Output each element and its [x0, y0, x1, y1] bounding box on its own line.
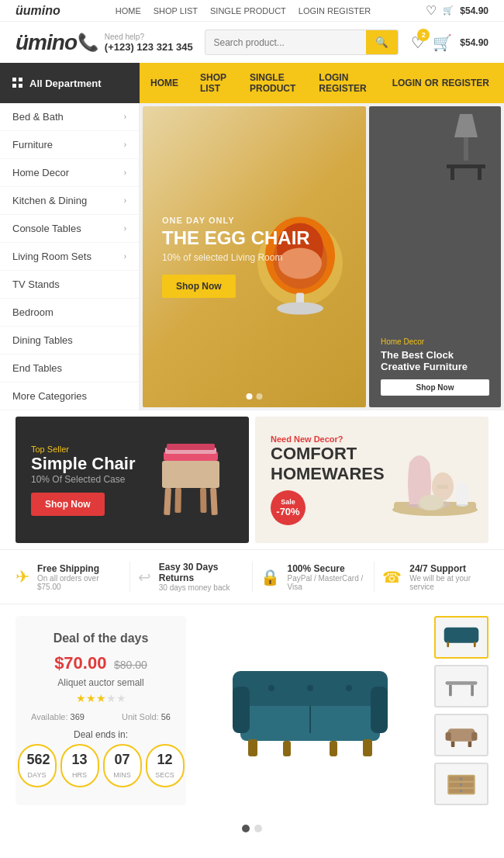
banner-right-text: Need New Decor? COMFORT HOMEWARES Sale -… — [271, 434, 385, 525]
banner-right-title1: COMFORT — [271, 444, 385, 464]
svg-rect-45 — [446, 681, 478, 685]
svg-rect-52 — [468, 742, 472, 747]
svg-point-40 — [307, 685, 313, 691]
svg-marker-7 — [454, 114, 478, 137]
svg-rect-16 — [162, 461, 219, 488]
deal-section: Deal of the days $70.00 $80.00 Aliquet a… — [0, 604, 504, 817]
banner-left-btn[interactable]: Shop Now — [31, 493, 105, 516]
topbar-heart-icon[interactable]: ♡ — [426, 3, 437, 18]
divider-3 — [374, 562, 375, 592]
sidebar-item-dining[interactable]: Dining Tables — [0, 327, 139, 355]
chevron-right-icon: › — [124, 252, 126, 261]
header-search-box: 🔍 — [205, 29, 399, 55]
topbar-nav-shoplist[interactable]: SHOP LIST — [154, 6, 198, 16]
tab-featured[interactable]: Featured — [135, 852, 192, 858]
tab-best-seller[interactable]: Best Seller — [301, 852, 369, 858]
hero-section: ONE DAY ONLY THE EGG CHAIR 10% of select… — [140, 103, 504, 410]
banner-left-title: Simple Chair — [31, 454, 135, 474]
free-shipping-sub: On all orders over $75.00 — [37, 574, 122, 591]
nav-shoplist[interactable]: SHOP LIST — [189, 63, 239, 103]
sidebar-item-more[interactable]: More Categories — [0, 382, 139, 410]
sidebar-item-bed-bath[interactable]: Bed & Bath › — [0, 103, 139, 131]
deal-title: Deal of the days — [31, 631, 171, 645]
deal-price: $70.00 — [54, 653, 106, 673]
sidebar-item-console[interactable]: Console Tables › — [0, 215, 139, 243]
sidebar-item-tv[interactable]: TV Stands — [0, 271, 139, 299]
page-dot-2[interactable] — [254, 825, 262, 832]
timer-days: 562 DAYS — [18, 744, 57, 787]
deal-product-display — [198, 616, 423, 805]
unit-sold-label: Unit Sold: — [122, 712, 159, 721]
hero-side-top-banner: Home Decor The Best Clock Creative Furni… — [369, 106, 501, 407]
feature-secure: 🔒 100% Secure PayPal / MasterCard / Visa — [261, 562, 367, 592]
sidebar-item-bedroom[interactable]: Bedroom — [0, 299, 139, 327]
sidebar-item-home-decor[interactable]: Home Decor › — [0, 159, 139, 187]
deal-timer: 562 DAYS 13 HRS 07 MINS 12 SECS — [31, 744, 171, 787]
nav-login-reg[interactable]: LOGIN REGISTER — [308, 63, 377, 103]
deal-info-row: Available: 369 Unit Sold: 56 — [31, 712, 171, 721]
hero-shop-btn[interactable]: Shop Now — [162, 275, 236, 298]
svg-rect-32 — [233, 687, 250, 733]
sidebar-item-kitchen[interactable]: Kitchen & Dining › — [0, 187, 139, 215]
topbar-cart-icon[interactable]: 🛒 — [443, 5, 454, 16]
tabs-section: Featured New Arrivals Best Seller — [0, 840, 504, 858]
nav-home[interactable]: HOME — [140, 68, 189, 98]
hero-dot-2[interactable] — [257, 393, 263, 400]
banner-right: Need New Decor? COMFORT HOMEWARES Sale -… — [255, 417, 488, 543]
nav-single[interactable]: SINGLE PRODUCT — [239, 63, 308, 103]
main-section: Bed & Bath › Furniture › Home Decor › Ki… — [0, 103, 504, 410]
sidebar-item-living[interactable]: Living Room Sets › — [0, 243, 139, 271]
hero-subtitle: 10% of selected Living Room — [162, 252, 310, 263]
deal-thumb-4[interactable] — [434, 763, 488, 805]
timer-mins: 07 MINS — [103, 744, 142, 787]
deal-thumb-3[interactable] — [434, 714, 488, 756]
hero-dot-1[interactable] — [247, 393, 253, 400]
vases-visual — [385, 436, 485, 524]
nav-or: OR — [425, 78, 439, 88]
secure-sub: PayPal / MasterCard / Visa — [288, 574, 367, 591]
svg-rect-33 — [371, 687, 388, 733]
topbar-nav-home[interactable]: HOME — [116, 6, 141, 16]
svg-rect-37 — [330, 741, 337, 756]
timer-mins-num: 07 — [112, 752, 133, 768]
search-input[interactable] — [205, 31, 366, 54]
nav-login-link[interactable]: LOGIN — [392, 78, 422, 88]
deal-pagination — [0, 817, 504, 840]
svg-rect-11 — [450, 168, 454, 180]
banner-section: Top Seller Simple Chair 10% Of Selected … — [0, 410, 504, 549]
topbar-nav-product[interactable]: SINGLE PRODUCT — [210, 6, 286, 16]
need-decor-label: Need New Decor? — [271, 434, 385, 444]
svg-point-29 — [419, 495, 444, 510]
sale-badge: Sale -70% — [271, 490, 306, 525]
deal-thumb-2[interactable] — [434, 665, 488, 708]
svg-rect-20 — [200, 488, 207, 513]
sidebar-item-end[interactable]: End Tables — [0, 355, 139, 382]
topbar-nav-login[interactable]: LOGIN REGISTER — [299, 6, 371, 16]
returns-title: Easy 30 Days Returns — [159, 562, 244, 583]
svg-rect-26 — [437, 485, 448, 489]
timer-hrs-num: 13 — [70, 752, 90, 768]
deal-thumb-1[interactable] — [434, 616, 488, 659]
banner-right-title2: HOMEWARES — [271, 464, 385, 484]
banner-left-text: Top Seller Simple Chair 10% Of Selected … — [31, 445, 135, 516]
hero-side-shop-btn[interactable]: Shop Now — [381, 379, 489, 396]
timer-hrs-label: HRS — [72, 771, 87, 779]
svg-rect-35 — [248, 739, 257, 756]
stool-visual — [148, 432, 233, 528]
dept-button[interactable]: All Department — [0, 63, 140, 103]
page-dot-1[interactable] — [242, 825, 250, 832]
deal-sofa-visual — [225, 656, 395, 766]
chevron-right-icon: › — [124, 112, 126, 121]
header-phone-block: 📞 Need help? (+123) 123 321 345 — [78, 33, 193, 53]
sidebar-item-furniture[interactable]: Furniture › — [0, 131, 139, 159]
tab-new-arrivals[interactable]: New Arrivals — [208, 852, 285, 858]
cart-icon-btn[interactable]: 🛒 — [433, 33, 452, 52]
secure-icon: 🔒 — [261, 568, 280, 586]
nav-register-link[interactable]: REGISTER — [442, 78, 489, 88]
search-button[interactable]: 🔍 — [366, 30, 398, 54]
deal-old-price: $80.00 — [114, 659, 147, 671]
banner-top-seller: Top Seller — [31, 445, 135, 454]
features-bar: ✈ Free Shipping On all orders over $75.0… — [0, 549, 504, 604]
support-title: 24/7 Support — [409, 563, 488, 574]
wishlist-icon-btn[interactable]: ♡ 2 — [411, 33, 425, 52]
